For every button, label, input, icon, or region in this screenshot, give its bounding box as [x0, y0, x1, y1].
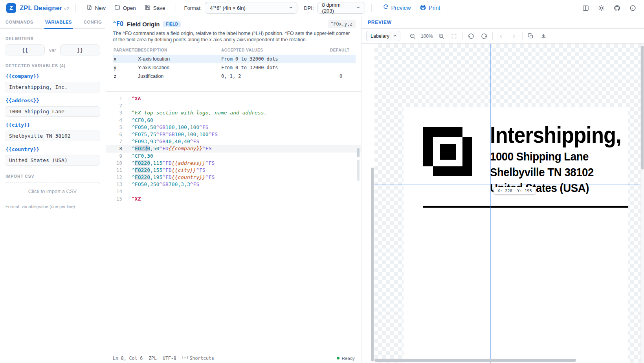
doc-parameter-row[interactable]: zJustification0, 1, 20	[113, 72, 356, 81]
new-file-icon	[86, 4, 92, 11]
code-line[interactable]: 14	[106, 188, 361, 195]
code-content	[122, 102, 132, 109]
doc-parameter-row[interactable]: yY-axis locationFrom 0 to 32000 dots	[113, 63, 356, 72]
zoom-in-icon[interactable]	[437, 31, 446, 41]
theme-sun-icon[interactable]	[595, 2, 607, 14]
app-version: v2	[64, 6, 69, 11]
code-line[interactable]: 13^FO50,250^GB700,3,3^FS	[106, 181, 361, 188]
code-token: ^FS	[202, 146, 211, 151]
code-line[interactable]: 4^CF0,60	[106, 117, 361, 124]
dpi-select[interactable]: 8 dpmm (203)	[317, 2, 365, 14]
line-number: 2	[106, 102, 122, 109]
code-line[interactable]: 1^XA	[106, 95, 361, 102]
info-icon[interactable]	[627, 2, 638, 14]
label-divider-bar	[423, 206, 628, 208]
download-icon[interactable]	[539, 31, 549, 41]
tooltip-y-value: Y: 195	[517, 188, 532, 193]
fit-screen-icon[interactable]	[450, 31, 459, 41]
code-line[interactable]: 15^XZ	[106, 195, 361, 203]
label-company-text: Intershipping, Inc.	[490, 123, 628, 147]
language-mode: ZPL	[149, 356, 157, 361]
chevron-down-icon	[393, 33, 397, 39]
code-token: {{company}}	[169, 146, 202, 151]
command-doc-panel: ^FO Field Origin FIELD ^FOx,y,z The ^FO …	[106, 16, 361, 92]
code-line[interactable]: 7^FO93,93^GB40,40,40^FS	[106, 138, 361, 145]
right-vertical-scrollbar-thumb[interactable]	[641, 46, 644, 170]
variable-value-input[interactable]: 1000 Shipping Lane	[5, 106, 100, 117]
render-engine-select[interactable]: Labelary	[366, 31, 400, 41]
github-icon[interactable]	[611, 2, 623, 14]
code-content: ^XZ	[122, 195, 141, 203]
code-content	[122, 188, 132, 195]
code-token: ,195	[150, 174, 162, 180]
code-line[interactable]: 2	[106, 102, 361, 109]
sidebar-tabs: COMMANDSVARIABLESCONFIG	[0, 16, 105, 29]
code-token: {{address}}	[172, 160, 205, 166]
doc-description: The ^FO command sets a field origin, rel…	[113, 31, 356, 43]
toggle-panel-icon[interactable]	[580, 2, 591, 14]
code-token: ^	[132, 174, 135, 180]
code-line[interactable]: 9^CF0,30	[106, 153, 361, 160]
code-line[interactable]: 5^FO50,50^GB100,100,100^FS	[106, 124, 361, 131]
doc-parameter-row[interactable]: xX-axis locationFrom 0 to 32000 dots	[113, 55, 356, 63]
label-city-text: Shelbyville TN 38102	[490, 166, 594, 179]
undo-icon[interactable]	[466, 31, 476, 41]
parameter-cell: x	[114, 56, 138, 62]
code-content: ^FO50,250^GB700,3,3^FS	[122, 181, 199, 188]
code-line[interactable]: 11^FO220,155^FD{{city}}^FS	[106, 167, 361, 174]
prev-label-icon[interactable]	[496, 31, 506, 41]
import-csv-dropzone[interactable]: Click to import a CSV	[5, 182, 100, 200]
parameter-cell: y	[114, 65, 138, 70]
next-label-icon[interactable]	[509, 31, 519, 41]
zoom-out-icon[interactable]	[408, 31, 417, 41]
encoding: UTF-8	[163, 356, 176, 361]
variable-name: {{country}}	[6, 146, 99, 152]
parameter-cell: z	[114, 74, 138, 79]
variable-value-input[interactable]: Shelbyville TN 38102	[5, 131, 100, 141]
left-vertical-scrollbar-thumb[interactable]	[371, 168, 374, 361]
code-token: ^FR	[156, 131, 165, 137]
preview-button[interactable]: Preview	[383, 4, 411, 11]
line-number: 13	[106, 181, 122, 188]
line-number: 1	[106, 95, 122, 102]
shortcuts-button[interactable]: Shortcuts	[182, 355, 214, 361]
code-content: ^FO220,50^FD{{company}}^FS	[122, 145, 212, 152]
code-content: ^CF0,30	[122, 153, 153, 160]
code-content: ^FO220,195^FD{{country}}^FS	[122, 174, 215, 181]
line-number: 4	[106, 117, 122, 124]
doc-command-name: Field Origin	[127, 21, 160, 28]
format-select[interactable]: 4"*6" (4in × 6in)	[205, 2, 297, 14]
code-editor[interactable]: 1^XA23^FX Top section with logo, name an…	[106, 92, 361, 353]
code-line[interactable]: 6^FO75,75^FR^GB100,100,100^FS	[106, 131, 361, 138]
tab-config[interactable]: CONFIG	[84, 16, 102, 28]
preview-canvas[interactable]: Intershipping, Inc. 1000 Shipping Lane S…	[361, 44, 644, 363]
code-token: ^FD	[162, 160, 171, 166]
code-content: ^FX Top section with logo, name and addr…	[122, 109, 267, 116]
code-content: ^FO50,50^GB100,100,100^FS	[122, 124, 209, 131]
code-token: ^FS	[199, 124, 208, 130]
variable-value-input[interactable]: United States (USA)	[5, 155, 100, 166]
format-label: Format:	[184, 5, 202, 11]
tab-variables[interactable]: VARIABLES	[45, 16, 72, 28]
code-token: ^FO93,93	[132, 138, 156, 144]
open-button[interactable]: Open	[114, 4, 136, 11]
redo-icon[interactable]	[479, 31, 489, 41]
code-line[interactable]: 10^FO220,115^FD{{address}}^FS	[106, 160, 361, 167]
accepted-values-cell: 0, 1, 2	[221, 74, 321, 79]
divider	[404, 32, 404, 40]
delimiters-heading: DELIMITERS	[6, 36, 99, 41]
save-button[interactable]: Save	[145, 4, 165, 11]
copy-icon[interactable]	[526, 31, 536, 41]
variable-value-input[interactable]: Intershipping, Inc.	[5, 82, 100, 92]
code-line[interactable]: 8^FO220,50^FD{{company}}^FS	[106, 145, 361, 152]
code-token: FO220	[135, 160, 150, 166]
code-line[interactable]: 12^FO220,195^FD{{country}}^FS	[106, 174, 361, 181]
horizontal-scrollbar-thumb[interactable]	[374, 359, 576, 362]
tab-commands[interactable]: COMMANDS	[6, 16, 33, 28]
delimiter-close-input[interactable]: }}	[60, 44, 100, 55]
delimiter-open-input[interactable]: {{	[5, 44, 45, 55]
preview-heading: PREVIEW	[361, 16, 644, 29]
code-line[interactable]: 3^FX Top section with logo, name and add…	[106, 109, 361, 116]
new-button[interactable]: New	[86, 4, 106, 11]
print-button[interactable]: Print	[420, 4, 440, 11]
